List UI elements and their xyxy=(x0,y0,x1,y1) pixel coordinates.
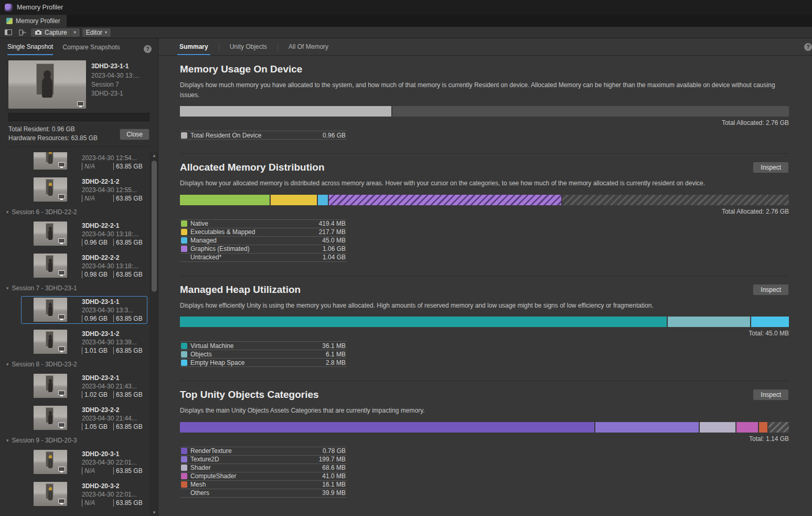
session-label: Session 6 - 3DHD-22-2 xyxy=(12,208,77,216)
section-title: Managed Heap Utilization xyxy=(180,284,301,296)
inspect-button[interactable]: Inspect xyxy=(753,284,789,296)
session-group-header[interactable]: ▾ Session 6 - 3DHD-22-2 xyxy=(6,208,158,216)
legend-row[interactable]: Managed 45.0 MB xyxy=(180,237,347,245)
snapshot-list-item-selected[interactable]: 3DHD-23-1-1 2023-04-30 13:3... 0.96 GB 6… xyxy=(21,296,147,324)
total-resident-text: Total Resident: 0.96 GB xyxy=(8,125,98,133)
legend: RenderTexture 0.78 GB Texture2D 199.7 MB… xyxy=(180,447,347,498)
bar-segment-executables-mapped[interactable] xyxy=(271,195,317,205)
snapshot-name: 3DHD-22-1-2 xyxy=(82,178,145,186)
tab-label: Summary xyxy=(179,43,208,50)
snapshot-name: 3DHD-23-1-2 xyxy=(82,330,145,338)
editor-target-dropdown[interactable]: Editor ▾ xyxy=(82,28,111,37)
snapshot-list-item[interactable]: 3DHD-22-1-2 2023-04-30 12:55... N/A 63.8… xyxy=(21,176,147,204)
legend-row[interactable]: RenderTexture 0.78 GB xyxy=(180,447,347,456)
session-group-header[interactable]: ▾ Session 7 - 3DHD-23-1 xyxy=(6,285,158,292)
bar-segment-unallocated[interactable] xyxy=(392,106,789,117)
legend-row[interactable]: ComputeShader 41.0 MB xyxy=(180,472,347,481)
legend-row[interactable]: Texture2D 199.7 MB xyxy=(180,456,347,464)
legend-row[interactable]: Total Resident On Device 0.96 GB xyxy=(180,131,347,140)
bar-segment-rendertexture[interactable] xyxy=(180,422,594,433)
legend-swatch xyxy=(181,254,187,260)
bar-segment-virtual-machine[interactable] xyxy=(180,317,667,327)
legend-row[interactable]: Graphics (Estimated) 1.06 GB xyxy=(180,245,347,254)
import-snapshot-button[interactable] xyxy=(16,28,29,37)
legend-row[interactable]: Untracked* 1.04 GB xyxy=(180,254,347,262)
resident-value: N/A xyxy=(82,499,113,507)
snapshot-list-item[interactable]: 3DHD-22-2-1 2023-04-30 13:18:... 0.96 GB… xyxy=(21,220,147,248)
legend-swatch xyxy=(181,351,187,357)
scrollbar-thumb[interactable] xyxy=(152,161,157,292)
snapshot-thumbnail xyxy=(34,254,67,278)
bar-segment-computeshader[interactable] xyxy=(736,422,757,433)
legend-swatch xyxy=(181,132,187,139)
bar-segment-shader[interactable] xyxy=(700,422,735,433)
tab-all-of-memory[interactable]: All Of Memory xyxy=(280,38,337,55)
section-top-unity-objects-categories: Top Unity Objects Categories Inspect Dis… xyxy=(180,381,789,511)
tab-compare-snapshots[interactable]: Compare Snapshots xyxy=(62,44,120,55)
session-group-header[interactable]: ▾ Session 9 - 3DHD-20-3 xyxy=(6,437,158,444)
managed-heap-bar[interactable] xyxy=(180,317,789,327)
legend-row[interactable]: Native 419.4 MB xyxy=(180,220,347,228)
snapshot-list-item[interactable]: 3DHD-23-1-2 2023-04-30 13:39... 1.01 GB … xyxy=(21,328,147,356)
snapshot-list-item[interactable]: 3DHD-20-3-2 2023-04-30 22:01... N/A 63.8… xyxy=(21,480,147,508)
bar-segment-untracked[interactable] xyxy=(562,195,789,205)
memory-usage-bar[interactable] xyxy=(180,106,789,117)
legend-swatch xyxy=(181,229,187,235)
bar-segment-graphics-estimated[interactable] xyxy=(329,195,561,205)
total-allocated-label: Total Allocated: 2.76 GB xyxy=(180,208,789,215)
snapshot-thumbnail xyxy=(34,450,67,474)
top-unity-objects-bar[interactable] xyxy=(180,422,789,433)
inspect-button[interactable]: Inspect xyxy=(753,162,789,173)
snapshot-list-item[interactable]: 3DHD-20-3-1 2023-04-30 22:01... N/A 63.8… xyxy=(21,448,147,476)
snapshot-thumbnail xyxy=(34,222,67,246)
hardware-value: 63.85 GB xyxy=(113,499,145,507)
scroll-up-icon[interactable]: ▲ xyxy=(151,153,158,158)
snapshot-thumbnail xyxy=(34,482,67,506)
section-description: Displays how your allocated memory is di… xyxy=(180,178,789,188)
snapshot-list-item[interactable]: 3DHD-22-2-2 2023-04-30 13:18:... 0.98 GB… xyxy=(21,252,147,280)
legend-row[interactable]: Mesh 16.1 MB xyxy=(180,481,347,489)
tab-single-snapshot[interactable]: Single Snapshot xyxy=(7,43,53,55)
bar-segment-resident[interactable] xyxy=(180,106,391,117)
list-scrollbar[interactable]: ▲ ▼ xyxy=(150,152,158,516)
close-snapshot-button[interactable]: Close xyxy=(120,129,149,140)
divider xyxy=(8,146,149,147)
bar-segment-empty-heap-space[interactable] xyxy=(751,317,789,327)
total-allocated-label: Total Allocated: 2.76 GB xyxy=(180,119,789,127)
snapshots-panel: Single Snapshot Compare Snapshots ? 3DHD… xyxy=(0,38,158,516)
legend-row[interactable]: Executables & Mapped 217.7 MB xyxy=(180,228,347,237)
legend-row[interactable]: Objects 6.1 MB xyxy=(180,350,347,359)
sidebar-help-icon[interactable]: ? xyxy=(144,45,152,53)
resident-value: N/A xyxy=(82,163,113,170)
snapshot-list-item[interactable]: 3DHD-23-2-1 2023-04-30 21:43... 1.02 GB … xyxy=(21,372,147,400)
legend-row[interactable]: Shader 68.6 MB xyxy=(180,464,347,472)
legend-row[interactable]: Virtual Machine 36.1 MB xyxy=(180,342,347,350)
snapshot-meta: 3DHD-23-1-1 2023-04-30 13:... Session 7 … xyxy=(91,60,139,109)
tab-memory-profiler-window[interactable]: Memory Profiler xyxy=(0,15,67,27)
tab-unity-objects[interactable]: Unity Objects xyxy=(221,38,275,55)
bar-segment-mesh[interactable] xyxy=(759,422,767,433)
capture-button[interactable]: Capture ▾ xyxy=(30,28,80,37)
legend-row[interactable]: Others 39.9 MB xyxy=(180,489,347,498)
tab-label: Single Snapshot xyxy=(7,43,53,50)
content-area: Single Snapshot Compare Snapshots ? 3DHD… xyxy=(0,38,812,516)
toggle-sidebar-button[interactable] xyxy=(2,28,15,37)
allocated-memory-bar[interactable] xyxy=(180,195,789,205)
summary-help-icon[interactable]: ? xyxy=(804,43,812,51)
bar-segment-texture2d[interactable] xyxy=(595,422,699,433)
screenshot-display-icon xyxy=(58,346,65,351)
divider xyxy=(277,43,278,51)
snapshot-list-item[interactable]: 3DHD-23-2-2 2023-04-30 21:44... 1.05 GB … xyxy=(21,404,147,432)
inspect-button[interactable]: Inspect xyxy=(753,389,789,401)
bar-segment-objects[interactable] xyxy=(668,317,750,327)
session-group-header[interactable]: ▾ Session 8 - 3DHD-23-2 xyxy=(6,361,158,368)
bar-segment-native[interactable] xyxy=(180,195,270,205)
section-title: Allocated Memory Distribution xyxy=(180,162,325,173)
scroll-down-icon[interactable]: ▼ xyxy=(151,510,158,515)
legend-row[interactable]: Empty Heap Space 2.8 MB xyxy=(180,359,347,367)
bar-segment-managed[interactable] xyxy=(318,195,327,205)
section-title: Memory Usage On Device xyxy=(180,64,302,75)
tab-summary[interactable]: Summary xyxy=(171,38,217,55)
bar-segment-others[interactable] xyxy=(768,422,789,433)
snapshot-list-item[interactable]: 2023-04-30 12:54... N/A 63.85 GB xyxy=(21,152,147,172)
